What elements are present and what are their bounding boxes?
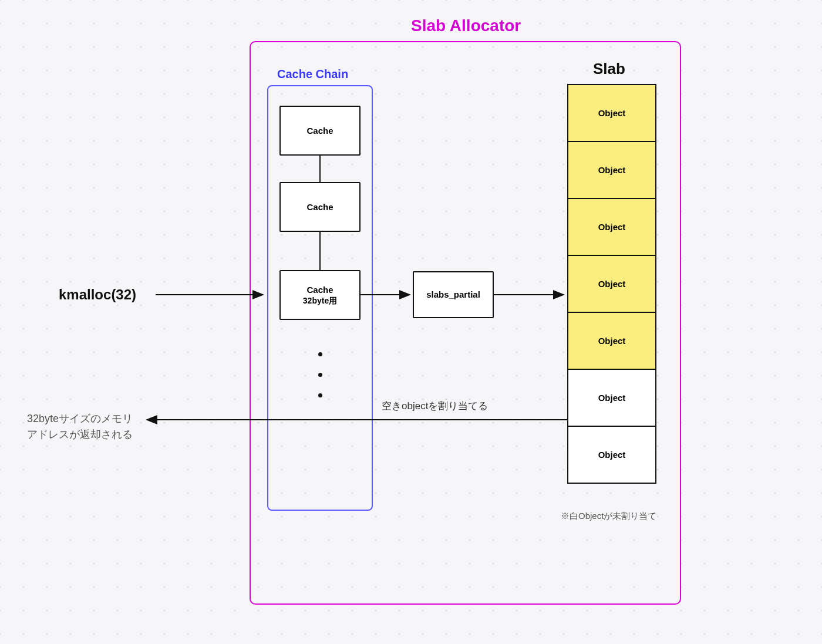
slab-object-free: Object — [567, 426, 656, 484]
slab-title: Slab — [593, 60, 625, 78]
return-text-line1: 32byteサイズのメモリ — [27, 411, 133, 427]
cache-node-1: Cache — [279, 106, 361, 156]
slabs-partial-node: slabs_partial — [413, 271, 494, 318]
slab-object-free: Object — [567, 369, 656, 427]
slab-stack: Object Object Object Object Object Objec… — [567, 84, 656, 484]
cache-node-2: Cache — [279, 182, 361, 232]
assign-label: 空きobjectを割り当てる — [382, 399, 488, 413]
ellipsis-dot — [318, 352, 322, 356]
ellipsis-dot — [318, 393, 322, 397]
cache-node-3-label-b: 32byte用 — [303, 295, 337, 306]
slab-object-allocated: Object — [567, 198, 656, 256]
diagram-title: Slab Allocator — [411, 16, 521, 35]
slab-object-allocated: Object — [567, 84, 656, 142]
cache-node-3-label-a: Cache — [306, 284, 333, 296]
ellipsis-dot — [318, 373, 322, 377]
return-text: 32byteサイズのメモリ アドレスが返却される — [27, 411, 133, 443]
cache-chain-title: Cache Chain — [277, 68, 348, 81]
cache-node-3: Cache 32byte用 — [279, 270, 361, 320]
return-text-line2: アドレスが返却される — [27, 427, 133, 443]
slabs-partial-label: slabs_partial — [426, 289, 480, 301]
cache-node-2-label: Cache — [306, 201, 333, 213]
slab-object-allocated: Object — [567, 312, 656, 370]
kmalloc-call-label: kmalloc(32) — [59, 286, 136, 303]
slab-object-allocated: Object — [567, 141, 656, 199]
cache-node-1-label: Cache — [306, 125, 333, 137]
slab-object-allocated: Object — [567, 255, 656, 313]
footnote: ※白Objectが未割り当て — [561, 511, 656, 522]
